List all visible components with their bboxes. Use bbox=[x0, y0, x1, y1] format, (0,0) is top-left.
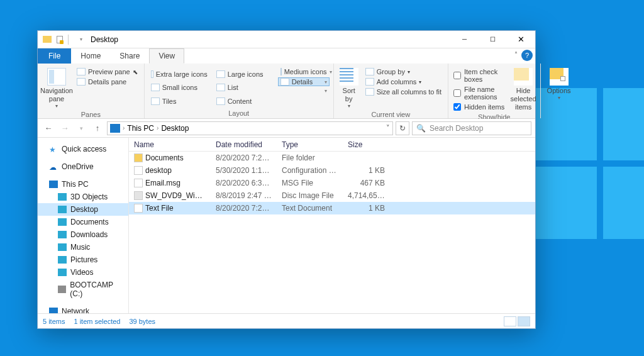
breadcrumb-leaf[interactable]: Desktop bbox=[161, 124, 189, 133]
layout-tiles[interactable]: Tiles bbox=[148, 94, 210, 108]
sidebar-item-desktop[interactable]: Desktop bbox=[38, 203, 128, 216]
sort-by-button[interactable]: Sort by ▾ bbox=[338, 65, 360, 109]
help-icon[interactable]: ? bbox=[521, 50, 533, 61]
sidebar-item-bootcamp-c-[interactable]: BOOTCAMP (C:) bbox=[38, 279, 128, 300]
ribbon-tabs: File Home Share View ˄ ? bbox=[38, 48, 535, 64]
search-input[interactable]: 🔍 Search Desktop bbox=[412, 121, 531, 135]
navigation-pane-button[interactable]: Navigation pane ▾ bbox=[42, 65, 72, 109]
sidebar-item-quickaccess[interactable]: ★Quick access bbox=[38, 143, 128, 155]
status-count: 5 items bbox=[43, 318, 65, 325]
quick-access-toolbar: ▾ bbox=[38, 34, 87, 45]
layout-large[interactable]: Large icons bbox=[214, 67, 275, 81]
panes-group-label: Panes bbox=[42, 109, 140, 120]
hidden-items-toggle[interactable]: Hidden items bbox=[452, 103, 508, 111]
layout-medium[interactable]: Medium icons▾ bbox=[278, 67, 330, 76]
size-columns-button[interactable]: Size all columns to fit bbox=[363, 87, 444, 96]
maximize-button[interactable]: ☐ bbox=[479, 31, 507, 48]
preview-pane-button[interactable]: Preview pane⬉ bbox=[74, 67, 140, 76]
back-button[interactable]: ← bbox=[42, 121, 55, 135]
folder-icon bbox=[58, 193, 67, 201]
status-selection: 1 item selected bbox=[74, 318, 120, 325]
ribbon-collapse-icon[interactable]: ˄ bbox=[514, 51, 518, 58]
explorer-window: ▾ Desktop ─ ☐ ✕ File Home Share View ˄ ?… bbox=[37, 30, 536, 329]
breadcrumb[interactable]: › This PC › Desktop ˅ bbox=[107, 121, 393, 135]
tab-file[interactable]: File bbox=[38, 48, 71, 64]
history-dropdown-icon[interactable]: ˅ bbox=[386, 124, 390, 132]
refresh-button[interactable]: ↻ bbox=[396, 121, 409, 135]
qat-dropdown-icon[interactable]: ▾ bbox=[75, 34, 87, 45]
navigation-pane-label: Navigation pane bbox=[40, 87, 73, 103]
table-row[interactable]: desktop5/30/2020 1:19 PMConfiguration se… bbox=[129, 164, 535, 177]
details-pane-button[interactable]: Details pane bbox=[74, 77, 140, 86]
sidebar-item-downloads[interactable]: Downloads bbox=[38, 228, 128, 241]
column-name[interactable]: Name bbox=[129, 138, 211, 151]
forward-button[interactable]: → bbox=[58, 121, 72, 135]
add-columns-button[interactable]: Add columns▾ bbox=[363, 77, 444, 86]
folder-icon bbox=[58, 206, 67, 213]
column-type[interactable]: Type bbox=[277, 138, 343, 151]
sidebar-item-music[interactable]: Music bbox=[38, 241, 128, 253]
pc-icon bbox=[49, 181, 58, 188]
table-row[interactable]: Email.msg8/20/2020 6:34 PMMSG File467 KB bbox=[129, 177, 535, 189]
minimize-button[interactable]: ─ bbox=[450, 31, 479, 48]
ribbon: Navigation pane ▾ Preview pane⬉ Details … bbox=[38, 64, 535, 119]
sidebar-item-onedrive[interactable]: ☁OneDrive bbox=[38, 160, 128, 173]
chevron-down-icon: ▾ bbox=[348, 103, 350, 109]
tab-home[interactable]: Home bbox=[71, 48, 110, 64]
chevron-right-icon[interactable]: › bbox=[155, 125, 160, 131]
recent-locations-button[interactable]: ▾ bbox=[74, 121, 88, 135]
file-icon bbox=[134, 191, 143, 200]
qat-separator bbox=[68, 35, 73, 45]
table-row[interactable]: Text File8/20/2020 7:26 PMText Document1… bbox=[129, 202, 535, 214]
folder-icon[interactable] bbox=[42, 34, 53, 45]
chevron-down-icon: ▾ bbox=[558, 95, 560, 101]
group-by-button[interactable]: Group by▾ bbox=[363, 67, 444, 76]
sidebar-item-thispc[interactable]: This PC bbox=[38, 178, 128, 191]
search-icon: 🔍 bbox=[416, 124, 426, 133]
cloud-icon: ☁ bbox=[49, 163, 58, 170]
layout-details[interactable]: Details▾ bbox=[278, 77, 330, 86]
column-date[interactable]: Date modified bbox=[211, 138, 277, 151]
layout-xlarge[interactable]: Extra large icons bbox=[148, 67, 210, 81]
file-icon bbox=[134, 153, 143, 162]
sidebar-item-documents[interactable]: Documents bbox=[38, 216, 128, 228]
close-button[interactable]: ✕ bbox=[507, 31, 535, 48]
file-extensions-toggle[interactable]: File name extensions bbox=[452, 85, 508, 101]
sidebar-item-3d-objects[interactable]: 3D Objects bbox=[38, 191, 128, 203]
file-icon bbox=[134, 204, 143, 213]
chevron-right-icon[interactable]: › bbox=[121, 125, 126, 131]
layout-scroll-down[interactable]: ▾ bbox=[278, 87, 330, 94]
options-button[interactable]: Options ▾ bbox=[545, 65, 574, 108]
chevron-down-icon: ▾ bbox=[55, 103, 58, 109]
file-list[interactable]: Documents8/20/2020 7:20 PMFile folderdes… bbox=[129, 152, 535, 313]
star-icon: ★ bbox=[49, 145, 58, 153]
ribbon-group-layout: Extra large icons Large icons Small icon… bbox=[145, 64, 334, 118]
column-headers: Name Date modified Type Size bbox=[129, 138, 535, 152]
breadcrumb-root[interactable]: This PC bbox=[127, 124, 154, 133]
tab-share[interactable]: Share bbox=[110, 48, 149, 64]
window-title: Desktop bbox=[87, 35, 450, 44]
view-details-icon[interactable] bbox=[504, 316, 516, 326]
layout-small[interactable]: Small icons bbox=[148, 81, 210, 95]
up-button[interactable]: ↑ bbox=[91, 121, 104, 135]
tab-view[interactable]: View bbox=[149, 48, 184, 64]
item-checkboxes-toggle[interactable]: Item check boxes bbox=[452, 67, 508, 84]
titlebar: ▾ Desktop ─ ☐ ✕ bbox=[38, 31, 535, 48]
sidebar-item-network[interactable]: Network bbox=[38, 305, 128, 313]
folder-icon bbox=[58, 286, 66, 293]
ribbon-group-panes: Navigation pane ▾ Preview pane⬉ Details … bbox=[38, 64, 145, 118]
view-thumbnails-icon[interactable] bbox=[518, 316, 530, 326]
properties-icon[interactable] bbox=[54, 34, 65, 45]
status-size: 39 bytes bbox=[129, 318, 155, 325]
cursor-icon: ⬉ bbox=[133, 69, 138, 75]
navigation-pane: ★Quick access ☁OneDrive This PC 3D Objec… bbox=[38, 138, 129, 313]
column-size[interactable]: Size bbox=[343, 138, 390, 151]
sidebar-item-pictures[interactable]: Pictures bbox=[38, 253, 128, 266]
ribbon-group-showhide: Item check boxes File name extensions Hi… bbox=[448, 64, 541, 118]
table-row[interactable]: SW_DVD9_Win_Pro_10_...8/8/2019 2:47 PMDi… bbox=[129, 189, 535, 202]
layout-content[interactable]: Content bbox=[214, 94, 275, 108]
hide-selected-button[interactable]: Hide selected items bbox=[511, 65, 536, 112]
table-row[interactable]: Documents8/20/2020 7:20 PMFile folder bbox=[129, 152, 535, 164]
sidebar-item-videos[interactable]: Videos bbox=[38, 266, 128, 279]
layout-list[interactable]: List bbox=[214, 81, 275, 95]
